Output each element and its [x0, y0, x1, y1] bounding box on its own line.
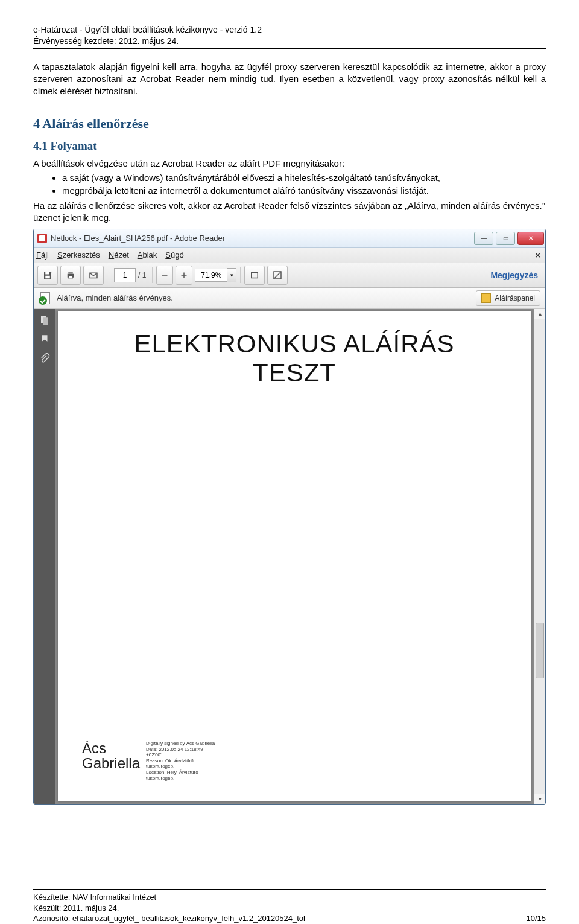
adobe-reader-icon [37, 234, 47, 243]
pdf-title: ELEKTRONIKUS ALÁÍRÁS TESZT [75, 330, 514, 388]
svg-rect-4 [69, 276, 72, 279]
zoom-out-button[interactable] [156, 266, 173, 285]
signature-panel-icon [481, 293, 491, 303]
process-conclusion: Ha az aláírás ellenőrzése sikeres volt, … [33, 200, 546, 225]
menu-view[interactable]: Nézet [109, 250, 129, 261]
scroll-down-icon[interactable]: ▾ [534, 794, 545, 804]
bullet-item: megpróbálja letölteni az internetről a d… [62, 185, 546, 197]
menu-help[interactable]: Súgó [165, 250, 183, 261]
header-title: e-Határozat - Ügyfél oldali beállítások … [33, 24, 546, 36]
close-button[interactable]: ✕ [517, 232, 544, 245]
svg-rect-6 [162, 275, 168, 276]
digital-signature-block: ÁcsGabriella Digitally signed by Ács Gab… [82, 741, 215, 781]
vertical-scrollbar[interactable]: ▴ ▾ [534, 309, 545, 804]
scroll-up-icon[interactable]: ▴ [534, 309, 545, 319]
svg-rect-8 [184, 273, 185, 278]
side-navigation [34, 309, 55, 804]
svg-rect-1 [45, 276, 50, 279]
print-button[interactable] [60, 266, 81, 285]
signature-panel-label: Aláíráspanel [495, 293, 535, 303]
adobe-reader-window: Netlock - Eles_Alairt_SHA256.pdf - Adobe… [33, 229, 546, 805]
page-total-label: / 1 [138, 270, 146, 280]
svg-rect-12 [43, 317, 48, 325]
save-button[interactable] [37, 266, 58, 285]
thumbnails-icon[interactable] [36, 311, 53, 328]
svg-rect-3 [68, 272, 73, 274]
footer-identifier: Azonosító: ehatarozat_ugyfél_ beallitaso… [33, 913, 305, 924]
email-button[interactable] [83, 266, 104, 285]
minimize-button[interactable]: — [474, 232, 493, 245]
subsection-heading-4-1: 4.1 Folyamat [33, 138, 546, 154]
page-number-input[interactable] [114, 268, 136, 282]
document-area: ELEKTRONIKUS ALÁÍRÁS TESZT ÁcsGabriella … [34, 309, 545, 804]
menu-window[interactable]: Ablak [138, 250, 157, 261]
menu-edit[interactable]: Szerkesztés [57, 250, 100, 261]
window-titlebar: Netlock - Eles_Alairt_SHA256.pdf - Adobe… [34, 229, 545, 248]
zoom-dropdown[interactable]: ▾ [227, 268, 236, 282]
attachment-icon[interactable] [36, 350, 53, 367]
zoom-value[interactable]: 71,9% [195, 269, 227, 282]
process-bullets: a saját (vagy a Windows) tanúsítványtárá… [33, 172, 546, 197]
page-header: e-Határozat - Ügyfél oldali beállítások … [33, 24, 546, 49]
scroll-thumb[interactable] [536, 623, 544, 678]
zoom-in-button[interactable] [176, 266, 192, 285]
menu-bar: Fájl Szerkesztés Nézet Ablak Súgó × [34, 248, 545, 263]
maximize-button[interactable]: ▭ [496, 232, 515, 245]
tool-button-1[interactable] [244, 266, 265, 285]
bullet-item: a saját (vagy a Windows) tanúsítványtárá… [62, 172, 546, 184]
page-number: 10/15 [526, 913, 546, 924]
signature-bar: Aláírva, minden aláírás érvényes. Aláírá… [34, 288, 545, 309]
signature-details: Digitally signed by Ács Gabriella Date: … [146, 741, 215, 781]
tool-button-2[interactable] [267, 266, 288, 285]
signature-panel-button[interactable]: Aláíráspanel [476, 290, 540, 306]
pdf-viewport[interactable]: ELEKTRONIKUS ALÁÍRÁS TESZT ÁcsGabriella … [55, 309, 545, 804]
page-footer: Készítette: NAV Informatikai Intézet Kés… [33, 889, 546, 924]
section-heading-4: 4 Aláírás ellenőrzése [33, 115, 546, 133]
paragraph-proxy-note: A tapasztalatok alapján figyelni kell ar… [33, 61, 546, 98]
ribbon-icon[interactable] [36, 331, 53, 348]
process-intro: A beállítások elvégzése után az Acrobat … [33, 158, 546, 170]
footer-created: Készült: 2011. május 24. [33, 903, 546, 914]
comment-link[interactable]: Megjegyzés [490, 270, 538, 281]
svg-rect-9 [252, 273, 258, 278]
window-title: Netlock - Eles_Alairt_SHA256.pdf - Adobe… [51, 233, 473, 244]
pdf-page: ELEKTRONIKUS ALÁÍRÁS TESZT ÁcsGabriella … [58, 311, 531, 801]
signature-valid-icon [39, 292, 52, 305]
menu-file[interactable]: Fájl [36, 250, 49, 261]
signature-status-text: Aláírva, minden aláírás érvényes. [57, 293, 173, 304]
signer-name: ÁcsGabriella [82, 741, 140, 771]
close-doc-button[interactable]: × [535, 249, 540, 261]
footer-author: Készítette: NAV Informatikai Intézet [33, 892, 546, 903]
main-toolbar: / 1 71,9% ▾ Megjegyzés [34, 263, 545, 288]
svg-rect-0 [45, 272, 49, 275]
header-validity: Érvényesség kezdete: 2012. május 24. [33, 36, 546, 47]
